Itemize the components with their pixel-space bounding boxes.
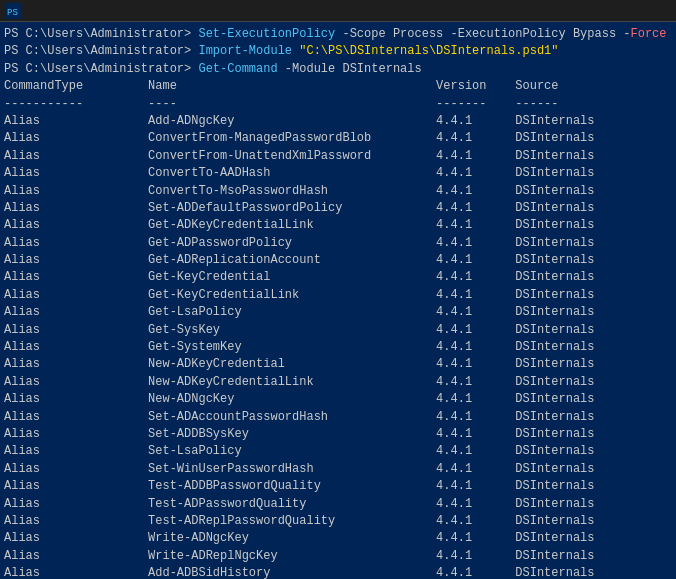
terminal-line: Alias ConvertTo-MsoPasswordHash 4.4.1 DS… [4,183,672,200]
terminal-line: Alias Get-SystemKey 4.4.1 DSInternals [4,339,672,356]
terminal-line: PS C:\Users\Administrator> Import-Module… [4,43,672,60]
terminal-line: Alias Test-ADPasswordQuality 4.4.1 DSInt… [4,496,672,513]
terminal-line: Alias Get-ADReplicationAccount 4.4.1 DSI… [4,252,672,269]
terminal-line: Alias ConvertTo-AADHash 4.4.1 DSInternal… [4,165,672,182]
titlebar: PS [0,0,676,22]
terminal-line: Alias Test-ADReplPasswordQuality 4.4.1 D… [4,513,672,530]
terminal-line: Alias ConvertFrom-ManagedPasswordBlob 4.… [4,130,672,147]
terminal-line: Alias Set-ADDefaultPasswordPolicy 4.4.1 … [4,200,672,217]
terminal-line: ----------- ---- ------- ------ [4,96,672,113]
terminal-line: Alias Set-LsaPolicy 4.4.1 DSInternals [4,443,672,460]
terminal-line: Alias Get-ADKeyCredentialLink 4.4.1 DSIn… [4,217,672,234]
terminal-line: PS C:\Users\Administrator> Get-Command -… [4,61,672,78]
terminal-line: Alias Set-ADDBSysKey 4.4.1 DSInternals [4,426,672,443]
titlebar-icon: PS [6,3,22,19]
terminal-line: Alias Test-ADDBPasswordQuality 4.4.1 DSI… [4,478,672,495]
terminal-line: Alias Add-ADNgcKey 4.4.1 DSInternals [4,113,672,130]
terminal-line: Alias Write-ADNgcKey 4.4.1 DSInternals [4,530,672,547]
terminal-line: Alias New-ADKeyCredential 4.4.1 DSIntern… [4,356,672,373]
svg-text:PS: PS [7,8,18,18]
terminal-line: Alias Set-WinUserPasswordHash 4.4.1 DSIn… [4,461,672,478]
terminal-line: Alias ConvertFrom-UnattendXmlPassword 4.… [4,148,672,165]
terminal-line: Alias Get-KeyCredentialLink 4.4.1 DSInte… [4,287,672,304]
terminal-line: Alias Set-ADAccountPasswordHash 4.4.1 DS… [4,409,672,426]
terminal-line: CommandType Name Version Source [4,78,672,95]
terminal-line: Alias Get-ADPasswordPolicy 4.4.1 DSInter… [4,235,672,252]
terminal-line: Alias New-ADNgcKey 4.4.1 DSInternals [4,391,672,408]
terminal-line: Alias Write-ADReplNgcKey 4.4.1 DSInterna… [4,548,672,565]
terminal-line: Alias Add-ADBSidHistory 4.4.1 DSInternal… [4,565,672,579]
terminal-line: Alias Get-LsaPolicy 4.4.1 DSInternals [4,304,672,321]
terminal-line: PS C:\Users\Administrator> Set-Execution… [4,26,672,43]
terminal-line: Alias Get-SysKey 4.4.1 DSInternals [4,322,672,339]
terminal[interactable]: PS C:\Users\Administrator> Set-Execution… [0,22,676,579]
terminal-line: Alias New-ADKeyCredentialLink 4.4.1 DSIn… [4,374,672,391]
terminal-line: Alias Get-KeyCredential 4.4.1 DSInternal… [4,269,672,286]
